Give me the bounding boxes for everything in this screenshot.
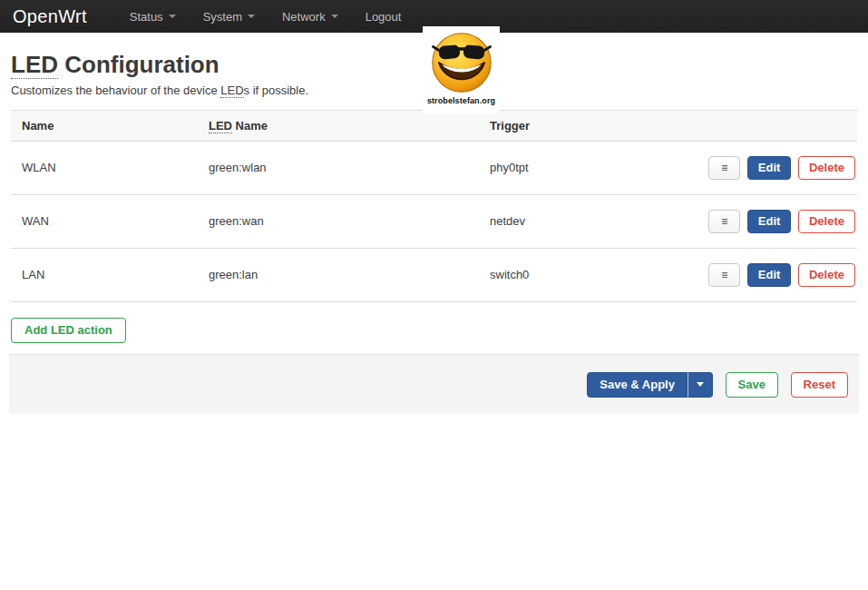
cell-led-name: green:wan: [198, 194, 479, 248]
table-header-row: Name LED Name Trigger: [11, 110, 857, 141]
sort-handle-button[interactable]: ≡: [708, 210, 740, 233]
cell-actions: ≡ Edit Delete: [694, 194, 857, 248]
led-table: Name LED Name Trigger WLAN green:wlan ph…: [11, 110, 857, 302]
sort-handle-button[interactable]: ≡: [708, 156, 740, 180]
sort-handle-button[interactable]: ≡: [708, 263, 740, 287]
site-logo: strobelstefan.org: [423, 26, 500, 113]
column-header-trigger: Trigger: [479, 110, 694, 141]
description-text: s if possible.: [244, 84, 309, 97]
save-apply-button-group: Save & Apply: [587, 372, 713, 398]
brand-openwrt: OpenWrt: [13, 6, 87, 27]
nav-item-system[interactable]: System: [190, 0, 268, 33]
table-row-wlan: WLAN green:wlan phy0tpt ≡ Edit Delete: [11, 141, 857, 194]
cell-name: LAN: [11, 248, 198, 301]
page-title-rest: Configuration: [58, 51, 219, 78]
nav-item-label: Status: [130, 10, 163, 24]
cell-trigger: phy0tpt: [479, 141, 694, 194]
column-header-led-name: LED Name: [198, 110, 479, 141]
nav-item-label: System: [203, 10, 242, 24]
cell-name: WAN: [11, 194, 198, 248]
column-header-led-rest: Name: [232, 119, 268, 133]
chevron-down-icon: [248, 15, 255, 18]
sunglasses-emoji-icon: [430, 31, 493, 94]
table-row-lan: LAN green:lan switch0 ≡ Edit Delete: [11, 248, 857, 301]
led-abbr: LED: [220, 84, 243, 98]
nav-item-label: Logout: [366, 10, 402, 24]
cell-name: WLAN: [11, 141, 198, 194]
edit-button[interactable]: Edit: [747, 156, 792, 180]
nav-item-logout[interactable]: Logout: [352, 0, 415, 33]
save-apply-button[interactable]: Save & Apply: [587, 372, 688, 398]
delete-button[interactable]: Delete: [798, 210, 855, 233]
chevron-down-icon: [169, 15, 176, 18]
led-abbr: LED: [11, 51, 58, 79]
add-led-action-button[interactable]: Add LED action: [11, 318, 126, 343]
site-logo-caption: strobelstefan.org: [423, 96, 500, 105]
reset-button[interactable]: Reset: [791, 372, 848, 398]
cell-trigger: switch0: [479, 248, 694, 301]
cell-trigger: netdev: [479, 194, 694, 248]
cell-led-name: green:lan: [198, 248, 479, 301]
delete-button[interactable]: Delete: [798, 263, 855, 287]
table-row-wan: WAN green:wan netdev ≡ Edit Delete: [11, 194, 857, 248]
caret-down-icon: [697, 382, 704, 387]
chevron-down-icon: [331, 15, 338, 18]
save-button[interactable]: Save: [726, 372, 778, 398]
led-abbr: LED: [209, 119, 232, 133]
cell-led-name: green:wlan: [198, 141, 479, 194]
column-header-name: Name: [11, 110, 198, 141]
nav-item-network[interactable]: Network: [268, 0, 352, 33]
nav-item-label: Network: [282, 10, 326, 24]
edit-button[interactable]: Edit: [747, 263, 792, 287]
nav-item-status[interactable]: Status: [116, 0, 190, 33]
delete-button[interactable]: Delete: [798, 156, 855, 180]
cell-actions: ≡ Edit Delete: [694, 248, 857, 301]
page-actions-bar: Save & Apply Save Reset: [9, 354, 859, 414]
save-apply-dropdown-toggle[interactable]: [688, 372, 713, 398]
cell-actions: ≡ Edit Delete: [694, 141, 857, 194]
column-header-actions: [694, 110, 857, 141]
nav-menu: Status System Network Logout: [116, 0, 415, 33]
edit-button[interactable]: Edit: [747, 210, 792, 233]
description-text: Customizes the behaviour of the device: [11, 84, 220, 97]
